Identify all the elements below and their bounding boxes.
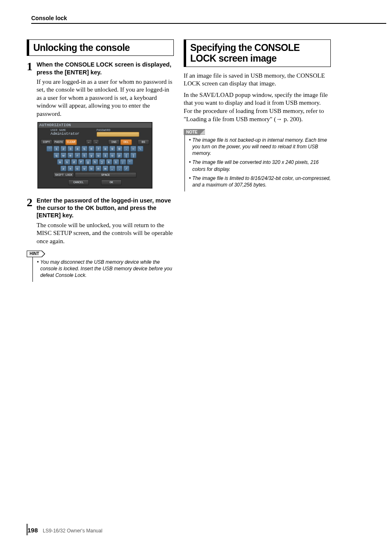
hint-arrow-icon xyxy=(42,251,45,257)
key-d[interactable]: d xyxy=(71,159,77,165)
key-slash[interactable]: / xyxy=(123,166,129,171)
step-2-heading: Enter the password of the logged-in user… xyxy=(37,197,174,219)
key-n[interactable]: n xyxy=(95,166,101,171)
hint-box: HINT You may disconnect the USB memory d… xyxy=(27,249,174,282)
cancel-button[interactable]: CANCEL xyxy=(68,180,89,185)
note-box: NOTE The image file is not backed-up in … xyxy=(184,128,331,191)
note-label: NOTE xyxy=(184,129,205,135)
key-j[interactable]: j xyxy=(99,159,105,165)
page-number: 198 xyxy=(28,527,38,534)
key-b[interactable]: b xyxy=(88,166,95,171)
key-g[interactable]: g xyxy=(85,159,91,165)
key-0[interactable]: 0 xyxy=(116,146,122,152)
ok-button[interactable]: OK xyxy=(101,180,122,185)
key-backslash[interactable]: \ xyxy=(137,146,143,152)
key-space[interactable]: SPACE xyxy=(75,172,136,178)
username-value: Administrator xyxy=(51,132,93,136)
hint-item: You may disconnect the USB memory device… xyxy=(37,259,174,279)
hint-label-text: HINT xyxy=(27,251,42,257)
header-section-label: Console lock xyxy=(31,15,67,21)
key-ins[interactable]: INS xyxy=(108,139,120,145)
username-label: USER NAME xyxy=(51,129,93,132)
key-v[interactable]: v xyxy=(81,166,88,171)
step-1: 1 When the CONSOLE LOCK screen is displa… xyxy=(27,61,174,118)
key-x[interactable]: x xyxy=(67,166,74,171)
key-k[interactable]: k xyxy=(106,159,112,165)
key-comma[interactable]: , xyxy=(109,166,115,171)
key-bracket-r[interactable]: ] xyxy=(130,152,136,158)
key-paste[interactable]: PASTE xyxy=(53,139,65,145)
password-label: PASSWORD xyxy=(97,129,139,132)
key-copy[interactable]: COPY xyxy=(41,139,52,145)
step-1-heading: When the CONSOLE LOCK screen is displaye… xyxy=(37,61,174,76)
step-2-text: The console will be unlocked, you will r… xyxy=(37,221,174,246)
note-item: The image file is not backed-up in inter… xyxy=(189,137,331,157)
key-y[interactable]: y xyxy=(88,152,95,158)
footer-manual-label: LS9-16/32 Owner's Manual xyxy=(43,528,102,534)
note-item: The image file will be converted into 32… xyxy=(189,159,331,172)
key-shift-lock[interactable]: SHIFT LOCK xyxy=(53,172,74,178)
key-8[interactable]: 8 xyxy=(102,146,108,152)
key-1[interactable]: 1 xyxy=(53,146,60,152)
key-m[interactable]: m xyxy=(102,166,108,171)
key-t[interactable]: t xyxy=(81,152,88,158)
key-2[interactable]: 2 xyxy=(60,146,67,152)
note-label-text: NOTE xyxy=(184,129,200,135)
key-p[interactable]: p xyxy=(116,152,122,158)
section-title-unlocking: Unlocking the console xyxy=(27,39,174,56)
key-c[interactable]: c xyxy=(74,166,81,171)
key-r[interactable]: r xyxy=(74,152,81,158)
key-5[interactable]: 5 xyxy=(81,146,88,152)
key-arrow-left[interactable]: ← xyxy=(86,139,92,145)
key-f[interactable]: f xyxy=(78,159,84,165)
step-2: 2 Enter the password of the logged-in us… xyxy=(27,197,174,245)
key-z[interactable]: z xyxy=(60,166,67,171)
header-rule xyxy=(31,23,386,24)
key-w[interactable]: w xyxy=(60,152,67,158)
key-e[interactable]: e xyxy=(67,152,74,158)
key-7[interactable]: 7 xyxy=(95,146,101,152)
key-3[interactable]: 3 xyxy=(67,146,74,152)
step-1-text: If you are logged-in as a user for whom … xyxy=(37,78,174,118)
key-arrow-right[interactable]: → xyxy=(93,139,99,145)
password-input[interactable] xyxy=(97,132,139,137)
key-h[interactable]: h xyxy=(92,159,98,165)
key-bracket-l[interactable]: [ xyxy=(123,152,129,158)
key-period[interactable]: . xyxy=(116,166,122,171)
key-clear[interactable]: CLEAR xyxy=(65,139,77,145)
popup-title: AUTHORIZATION xyxy=(38,123,152,128)
right-body-b: In the SAVE/LOAD popup window, specify t… xyxy=(184,91,331,124)
key-quote[interactable]: ' xyxy=(127,159,133,165)
key-9[interactable]: 9 xyxy=(109,146,115,152)
key-o[interactable]: o xyxy=(109,152,115,158)
key-backtick[interactable]: ` xyxy=(46,146,53,152)
arrow-right-icon: → xyxy=(276,115,282,122)
key-s[interactable]: s xyxy=(64,159,70,165)
key-i[interactable]: i xyxy=(102,152,108,158)
key-q[interactable]: q xyxy=(53,152,60,158)
hint-label: HINT xyxy=(27,251,45,257)
key-a[interactable]: a xyxy=(57,159,63,165)
section-title-screen-image: Specifying the CONSOLE LOCK screen image xyxy=(184,39,331,67)
note-flag-icon xyxy=(200,129,205,135)
key-l[interactable]: l xyxy=(113,159,119,165)
key-4[interactable]: 4 xyxy=(74,146,81,152)
step-1-number: 1 xyxy=(27,61,37,118)
key-del[interactable]: DEL xyxy=(120,139,132,145)
authorization-keyboard-popup: AUTHORIZATION USER NAME Administrator PA… xyxy=(37,122,152,189)
step-2-number: 2 xyxy=(27,197,37,245)
key-u[interactable]: u xyxy=(95,152,101,158)
key-6[interactable]: 6 xyxy=(88,146,95,152)
note-item: The image file is limited to 8/16/24/32-… xyxy=(189,175,331,188)
right-body-a: If an image file is saved in USB memory,… xyxy=(184,72,331,88)
key-equals[interactable]: = xyxy=(130,146,136,152)
key-minus[interactable]: - xyxy=(123,146,129,152)
key-semicolon[interactable]: ; xyxy=(120,159,126,165)
key-bs[interactable]: BS xyxy=(138,139,149,145)
